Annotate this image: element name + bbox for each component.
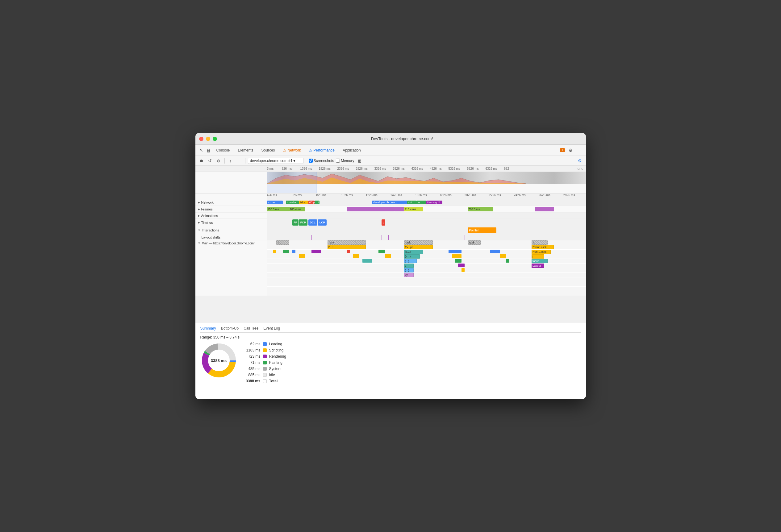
summary-tab-bottom-up[interactable]: Bottom-Up <box>221 325 239 332</box>
network-bar-4: ...t <box>315 201 319 204</box>
layout-shift-1 <box>312 235 312 240</box>
main-thread-label: ▼ Main — https://developer.chrome.com/ <box>195 240 267 296</box>
event-layout[interactable]: Layout <box>532 264 544 268</box>
tab-performance[interactable]: ⚠ Performance <box>305 147 338 154</box>
summary-section: Summary Bottom-Up Call Tree Event Log Ra… <box>195 322 586 399</box>
separator-2 <box>245 158 245 164</box>
system-color <box>263 367 267 370</box>
timings-track-content[interactable]: FP FCP DCL LCP L <box>267 219 586 226</box>
timing-l: L <box>381 219 385 226</box>
summary-tabs: Summary Bottom-Up Call Tree Event Log <box>200 325 581 332</box>
timings-track-label: ▶ Timings <box>195 219 267 226</box>
task-t1[interactable]: T... <box>276 240 289 245</box>
detail-ruler: 426 ms 626 ms 826 ms 1026 ms 1226 ms 142… <box>195 193 586 199</box>
summary-tab-summary[interactable]: Summary <box>200 325 216 332</box>
tab-application[interactable]: Application <box>339 147 365 154</box>
animations-track-content[interactable] <box>267 213 586 219</box>
interaction-pointer: Pointer <box>468 227 496 233</box>
traffic-lights <box>199 137 217 141</box>
event-click[interactable]: Event: click <box>532 245 554 249</box>
rendering-color <box>263 355 267 358</box>
donut-chart: 3388 ms <box>200 342 237 379</box>
range-display: Range: 350 ms – 3.74 s <box>200 335 581 340</box>
frame-block-purple3 <box>535 207 554 211</box>
scripting-value: 1163 ms <box>244 348 260 352</box>
task-2[interactable]: Task <box>404 240 433 245</box>
memory-checkbox[interactable]: Memory <box>336 159 354 163</box>
summary-tab-call-tree[interactable]: Call Tree <box>244 325 258 332</box>
idle-value: 885 ms <box>244 373 260 377</box>
timing-dcl: DCL <box>309 219 317 226</box>
legend-loading: 62 ms Loading <box>244 342 581 346</box>
devtools-settings-icon[interactable]: ⚙ <box>577 158 583 164</box>
maximize-button[interactable] <box>213 137 217 141</box>
upload-button[interactable]: ↑ <box>227 158 234 164</box>
time-ruler-overview: 3 ms 826 ms 1326 ms 1826 ms 2326 ms 2826… <box>195 166 586 172</box>
event-j[interactable]: j <box>532 254 544 259</box>
frame-bar-3: 700.5 ms <box>468 207 493 211</box>
task-1[interactable]: Task <box>328 240 366 245</box>
event-a1[interactable]: (a...) <box>404 250 423 254</box>
event-a2[interactable]: (a...) <box>404 254 420 259</box>
event-dots1[interactable]: (...) <box>404 259 417 263</box>
main-thread-track: ▼ Main — https://developer.chrome.com/ T… <box>195 240 586 296</box>
event-runasks[interactable]: Run ...asks <box>532 250 551 254</box>
task-3[interactable]: Task <box>468 240 480 245</box>
frame-block-purple <box>347 207 395 211</box>
layout-shifts-label: Layout shifts <box>195 234 267 240</box>
clear-button[interactable]: ⊘ <box>215 158 222 164</box>
notification-badge: 1 <box>560 148 565 152</box>
event-xy[interactable]: xy <box>404 273 414 277</box>
rendering-value: 723 ms <box>244 354 260 359</box>
task-t2[interactable]: T... <box>532 240 548 245</box>
scripting-label: Scripting <box>269 348 284 352</box>
more-icon[interactable]: ⋮ <box>577 147 583 154</box>
layout-shift-3 <box>388 235 388 240</box>
record-button[interactable]: ⏺ <box>198 158 205 164</box>
donut-center-label: 3388 ms <box>211 358 227 363</box>
network-track: ▶ Network extras... icon-ba... 2d.s... 6… <box>195 199 586 206</box>
frame-block-purple2 <box>395 207 404 211</box>
network-bar-0: extras... <box>267 201 283 204</box>
event-evpt[interactable]: Ev...pt <box>404 245 433 249</box>
cursor-icon[interactable]: ↖ <box>198 147 205 154</box>
frames-track-content[interactable]: 150.3 ms 183.4 ms 216.4 ms 700.5 ms <box>267 206 586 212</box>
network-bar-6: chi <box>407 201 417 204</box>
garbage-collect-button[interactable]: 🗑 <box>356 158 363 164</box>
tab-console[interactable]: Console <box>213 147 234 154</box>
summary-tab-event-log[interactable]: Event Log <box>263 325 280 332</box>
screenshot-strip <box>267 172 586 184</box>
layers-icon[interactable]: ▦ <box>205 147 212 154</box>
interactions-track-content[interactable]: Pointer <box>267 226 586 234</box>
timing-fcp: FCP <box>299 219 307 226</box>
system-label: System <box>269 367 282 371</box>
screenshots-checkbox[interactable]: Screenshots <box>309 159 334 163</box>
tab-elements[interactable]: Elements <box>234 147 257 154</box>
network-track-content[interactable]: extras... icon-ba... 2d.s... 60.p... ...… <box>267 199 586 206</box>
summary-content: 3388 ms 62 ms Loading 1163 ms Scripting <box>200 342 581 385</box>
layout-shifts-content[interactable] <box>267 234 586 240</box>
overview-panel: 3 ms 826 ms 1326 ms 1826 ms 2326 ms 2826… <box>195 166 586 193</box>
event-et[interactable]: E...t <box>328 245 366 249</box>
animations-track: ▶ Animations <box>195 213 586 219</box>
system-value: 485 ms <box>244 367 260 371</box>
event-dots2[interactable]: (...) <box>404 268 414 272</box>
tab-network[interactable]: ⚠ Network <box>279 147 305 154</box>
tab-sources[interactable]: Sources <box>258 147 279 154</box>
download-button[interactable]: ↓ <box>236 158 243 164</box>
tab-right-controls: 1 ⚙ ⋮ <box>560 147 583 154</box>
layout-shift-2 <box>381 235 382 240</box>
network-bar-3: 60.p... <box>309 201 315 204</box>
total-color <box>263 379 267 383</box>
total-value: 3388 ms <box>244 379 260 383</box>
interactions-track-label: ▼ Interactions <box>195 226 267 234</box>
network-bar-2: 2d.s... <box>299 201 309 204</box>
main-thread-content[interactable]: T... Task Task Task T... E...t Ev...pt E… <box>267 240 586 296</box>
event-focus[interactable]: focus <box>532 259 548 263</box>
event-c[interactable]: c <box>404 264 414 268</box>
minimize-button[interactable] <box>206 137 210 141</box>
close-button[interactable] <box>199 137 203 141</box>
interactions-track: ▼ Interactions Pointer <box>195 226 586 234</box>
settings-icon[interactable]: ⚙ <box>567 147 574 154</box>
reload-button[interactable]: ↺ <box>207 158 213 164</box>
